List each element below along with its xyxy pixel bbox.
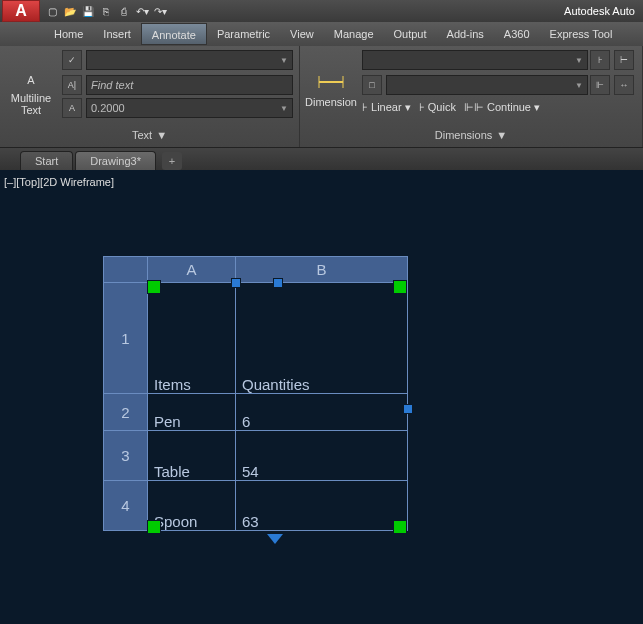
tab-view[interactable]: View: [280, 23, 324, 45]
continue-button[interactable]: ⊩⊩ Continue ▾: [464, 101, 540, 114]
spellcheck-icon[interactable]: ✓: [62, 50, 82, 70]
mtext-label1: Multiline: [11, 92, 51, 104]
viewport-label[interactable]: [–][Top][2D Wireframe]: [4, 176, 114, 188]
row-header-2[interactable]: 2: [104, 394, 148, 431]
app-logo[interactable]: A: [2, 0, 40, 22]
text-height-dropdown[interactable]: 0.2000▼: [86, 98, 293, 118]
title-bar: A ▢ 📂 💾 ⎘ ⎙ ↶▾ ↷▾ Autodesk Auto: [0, 0, 643, 22]
grip-corner-icon[interactable]: [393, 520, 407, 534]
tab-addins[interactable]: Add-ins: [437, 23, 494, 45]
cell-b3[interactable]: 54: [236, 431, 408, 481]
cell-b2[interactable]: 6: [236, 394, 408, 431]
tab-start[interactable]: Start: [20, 151, 73, 170]
window-title: Autodesk Auto: [168, 5, 641, 17]
mtext-label2: Text: [21, 104, 41, 116]
chevron-down-icon: ▼: [496, 129, 507, 141]
tab-annotate[interactable]: Annotate: [141, 23, 207, 45]
drawing-viewport[interactable]: [–][Top][2D Wireframe] A B 1 Items Quant…: [0, 170, 643, 624]
selected-table[interactable]: A B 1 Items Quantities 2 Pen 6 3 Table 5…: [103, 256, 408, 531]
redo-icon[interactable]: ↷▾: [152, 3, 168, 19]
chevron-down-icon: ▼: [156, 129, 167, 141]
grip-mid-icon[interactable]: [403, 404, 413, 414]
text-icon: A: [17, 62, 45, 90]
row-header-1[interactable]: 1: [104, 283, 148, 394]
ribbon: A Multiline Text ✓ ▼ A| Find text A 0.20…: [0, 46, 643, 148]
tab-home[interactable]: Home: [44, 23, 93, 45]
multiline-text-button[interactable]: A Multiline Text: [6, 50, 56, 127]
find-icon[interactable]: A|: [62, 75, 82, 95]
saveas-icon[interactable]: ⎘: [98, 3, 114, 19]
height-icon[interactable]: A: [62, 98, 82, 118]
grip-corner-icon[interactable]: [147, 280, 161, 294]
quick-access-toolbar: ▢ 📂 💾 ⎘ ⎙ ↶▾ ↷▾: [44, 3, 168, 19]
tab-express[interactable]: Express Tool: [540, 23, 623, 45]
dimensions-panel: Dimension ▼ ⊦ ⊢ □ ▼ ⊩ ↔ ⊦ Linear ▾ ⊦ Qui…: [300, 46, 643, 147]
dimension-label: Dimension: [305, 96, 357, 108]
new-icon[interactable]: ▢: [44, 3, 60, 19]
new-tab-button[interactable]: +: [162, 152, 182, 170]
tab-manage[interactable]: Manage: [324, 23, 384, 45]
svg-text:A: A: [27, 74, 35, 86]
tab-output[interactable]: Output: [384, 23, 437, 45]
cell-b1[interactable]: Quantities: [236, 283, 408, 394]
dim-layer-dropdown[interactable]: ▼: [386, 75, 588, 95]
dimension-button[interactable]: Dimension: [306, 50, 356, 127]
grip-mid-icon[interactable]: [273, 278, 283, 288]
table-corner[interactable]: [104, 257, 148, 283]
tab-parametric[interactable]: Parametric: [207, 23, 280, 45]
column-header-a[interactable]: A: [148, 257, 236, 283]
open-icon[interactable]: 📂: [62, 3, 78, 19]
plot-icon[interactable]: ⎙: [116, 3, 132, 19]
cell-a2[interactable]: Pen: [148, 394, 236, 431]
dim-panel-title[interactable]: Dimensions▼: [306, 127, 636, 143]
quick-button[interactable]: ⊦ Quick: [419, 101, 456, 114]
tab-a360[interactable]: A360: [494, 23, 540, 45]
cell-a3[interactable]: Table: [148, 431, 236, 481]
grip-triangle-icon[interactable]: [267, 534, 283, 544]
tab-drawing3[interactable]: Drawing3*: [75, 151, 156, 170]
linear-button[interactable]: ⊦ Linear ▾: [362, 101, 411, 114]
cell-a1[interactable]: Items: [148, 283, 236, 394]
text-panel-title[interactable]: Text▼: [6, 127, 293, 143]
row-header-3[interactable]: 3: [104, 431, 148, 481]
dim-tool4-icon[interactable]: ↔: [614, 75, 634, 95]
file-tabs: Start Drawing3* +: [0, 148, 643, 170]
tab-insert[interactable]: Insert: [93, 23, 141, 45]
find-text-input[interactable]: Find text: [86, 75, 293, 95]
dim-tool1-icon[interactable]: ⊦: [590, 50, 610, 70]
column-header-b[interactable]: B: [236, 257, 408, 283]
ribbon-tabs: Home Insert Annotate Parametric View Man…: [0, 22, 643, 46]
dimension-icon: [317, 70, 345, 94]
dim-tool2-icon[interactable]: ⊢: [614, 50, 634, 70]
text-panel: A Multiline Text ✓ ▼ A| Find text A 0.20…: [0, 46, 300, 147]
dim-tool3-icon[interactable]: ⊩: [590, 75, 610, 95]
text-style-dropdown[interactable]: ▼: [86, 50, 293, 70]
undo-icon[interactable]: ↶▾: [134, 3, 150, 19]
grip-corner-icon[interactable]: [393, 280, 407, 294]
dim-style-dropdown[interactable]: ▼: [362, 50, 588, 70]
row-header-4[interactable]: 4: [104, 481, 148, 531]
grip-mid-icon[interactable]: [231, 278, 241, 288]
dim-layer-icon[interactable]: □: [362, 75, 382, 95]
save-icon[interactable]: 💾: [80, 3, 96, 19]
grip-corner-icon[interactable]: [147, 520, 161, 534]
cell-b4[interactable]: 63: [236, 481, 408, 531]
